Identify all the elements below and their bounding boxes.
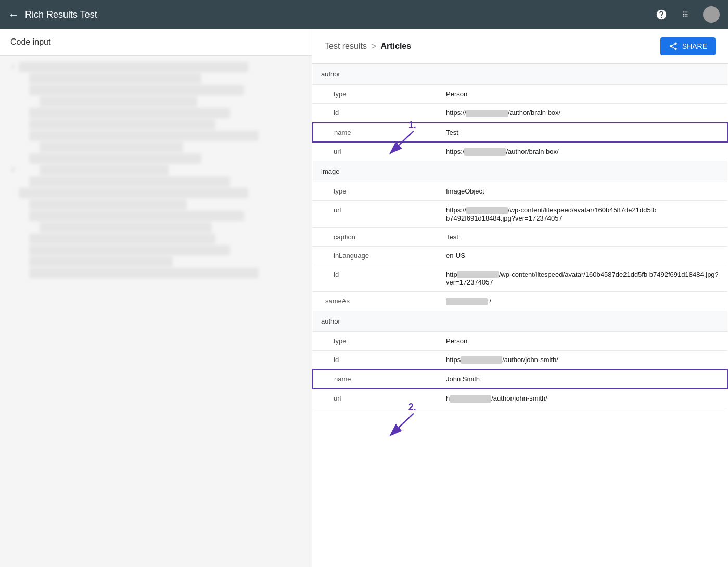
breadcrumb-parent[interactable]: Test results <box>325 42 367 51</box>
image-section: image <box>313 161 727 182</box>
key-url-1: url <box>313 142 438 161</box>
right-panel: Test results > Articles SHARE author <box>312 29 728 567</box>
share-button[interactable]: SHARE <box>660 37 716 55</box>
results-table: author type Person id https:// /author/b… <box>312 64 728 408</box>
user-avatar[interactable] <box>703 6 720 23</box>
value-sameas: / <box>438 292 727 311</box>
key-caption: caption <box>313 227 438 246</box>
value-type-image: ImageObject <box>438 182 727 201</box>
app-title: Rich Results Test <box>25 9 653 20</box>
table-row: type Person <box>313 85 727 104</box>
value-url-1: https:/ /author/brain box/ <box>438 142 727 161</box>
help-icon[interactable] <box>653 6 670 23</box>
table-row: id https /author/john-smith/ <box>313 350 727 369</box>
value-caption: Test <box>438 227 727 246</box>
results-body: author type Person id https:// /author/b… <box>312 64 728 567</box>
value-type-2: Person <box>438 331 727 350</box>
value-url-2: h /author/john-smith/ <box>438 389 727 408</box>
results-header: Test results > Articles SHARE <box>312 29 728 64</box>
key-type-image: type <box>313 182 438 201</box>
key-url-image: url <box>313 201 438 228</box>
author-section-1: author <box>313 64 727 85</box>
value-id-2: https /author/john-smith/ <box>438 350 727 369</box>
results-scroll[interactable]: author type Person id https:// /author/b… <box>312 64 728 567</box>
main-layout: Code input 1 2 <box>0 29 728 567</box>
apps-icon[interactable] <box>678 6 695 23</box>
share-label: SHARE <box>682 42 707 50</box>
table-row: url https:// /wp-content/litespeed/avata… <box>313 201 727 228</box>
table-row: type Person <box>313 331 727 350</box>
key-inlanguage: inLanguage <box>313 246 438 265</box>
topbar-icons <box>653 6 720 23</box>
section-key-image: image <box>313 161 438 182</box>
breadcrumb-current: Articles <box>380 42 411 51</box>
code-editor[interactable]: 1 2 <box>0 56 312 566</box>
key-name-2: name <box>313 369 438 389</box>
section-value-image <box>438 161 727 182</box>
table-row: url h /author/john-smith/ <box>313 389 727 408</box>
section-value-author-2 <box>438 311 727 331</box>
topbar: ← Rich Results Test <box>0 0 728 29</box>
table-row: inLanguage en-US <box>313 246 727 265</box>
value-inlanguage: en-US <box>438 246 727 265</box>
table-row: sameAs / <box>313 292 727 311</box>
value-name-1: Test <box>438 123 727 142</box>
value-id-image: http /wp-content/litespeed/avatar/160b45… <box>438 265 727 292</box>
table-row: url https:/ /author/brain box/ <box>313 142 727 161</box>
code-input-header: Code input <box>0 29 312 56</box>
section-key-author-1: author <box>313 64 438 85</box>
value-id-1: https:// /author/brain box/ <box>438 104 727 123</box>
author-section-2: author <box>313 311 727 331</box>
table-row: type ImageObject <box>313 182 727 201</box>
section-value-author-1 <box>438 64 727 85</box>
table-row: caption Test <box>313 227 727 246</box>
breadcrumb-separator: > <box>371 41 377 52</box>
table-row-name-2: name John Smith <box>313 369 727 389</box>
key-id-1: id <box>313 104 438 123</box>
left-panel: Code input 1 2 <box>0 29 312 567</box>
key-id-image: id <box>313 265 438 292</box>
key-name-1: name <box>313 123 438 142</box>
key-id-2: id <box>313 350 438 369</box>
key-sameas: sameAs <box>313 292 438 311</box>
breadcrumb: Test results > Articles <box>325 41 411 52</box>
table-row: id http /wp-content/litespeed/avatar/160… <box>313 265 727 292</box>
key-type-1: type <box>313 85 438 104</box>
table-row-name-1: name Test <box>313 123 727 142</box>
key-url-2: url <box>313 389 438 408</box>
value-name-2: John Smith <box>438 369 727 389</box>
back-button[interactable]: ← <box>8 9 19 21</box>
share-icon <box>669 42 678 51</box>
value-type-1: Person <box>438 85 727 104</box>
section-key-author-2: author <box>313 311 438 331</box>
key-type-2: type <box>313 331 438 350</box>
table-row: id https:// /author/brain box/ <box>313 104 727 123</box>
value-url-image: https:// /wp-content/litespeed/avatar/16… <box>438 201 727 228</box>
